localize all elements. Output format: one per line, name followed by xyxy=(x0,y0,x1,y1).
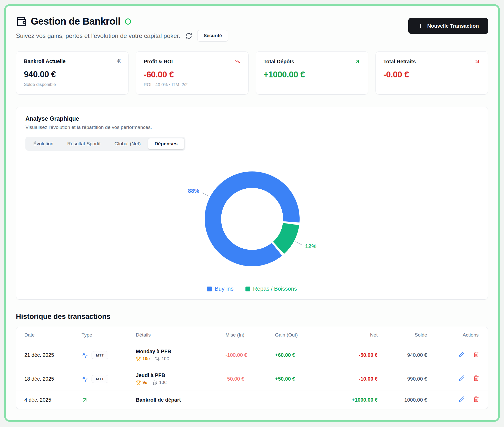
status-ring-icon xyxy=(124,18,132,25)
transaction-date: 4 déc. 2025 xyxy=(16,391,77,409)
stat-card-withdrawals: Total Retraits -0.00 € xyxy=(375,51,488,95)
stat-label: Profit & ROI xyxy=(144,59,173,65)
legend-swatch-repas xyxy=(245,287,250,291)
transaction-solde: 940.00 € xyxy=(382,343,431,367)
expense: 10€ xyxy=(152,380,166,385)
col-gain: Gain (Out) xyxy=(271,327,320,343)
edit-button[interactable] xyxy=(459,375,465,381)
plus-icon xyxy=(418,23,423,29)
donut-segment-repas-boissons[interactable] xyxy=(273,223,299,254)
stat-card-profit-roi: Profit & ROI -60.00 € ROI: -40.0% • ITM:… xyxy=(136,51,248,95)
col-type: Type xyxy=(77,327,132,343)
col-solde: Solde xyxy=(382,327,431,343)
trophy-icon xyxy=(136,357,141,361)
transaction-gain: +50.00 € xyxy=(271,367,320,391)
page-header: Gestion de Bankroll Suivez vos gains, pe… xyxy=(16,16,488,42)
stat-value: +1000.00 € xyxy=(264,70,360,79)
stats-row: Bankroll Actuelle € 940.00 € Solde dispo… xyxy=(16,51,488,95)
legend-item-repas[interactable]: Repas / Boissons xyxy=(245,286,297,292)
transactions-heading: Historique des transactions xyxy=(16,312,488,321)
activity-icon xyxy=(82,376,88,382)
stat-value: -0.00 € xyxy=(383,70,480,79)
col-details: Détails xyxy=(132,327,221,343)
donut-label-line xyxy=(202,193,209,196)
chart-subtitle: Visualisez l'évolution et la répartition… xyxy=(25,125,479,130)
expenses-donut-chart: 88%12% xyxy=(93,152,411,285)
arrow-up-right-icon xyxy=(354,58,360,65)
page-subtitle: Suivez vos gains, pertes et l'évolution … xyxy=(16,32,180,39)
stat-value: -60.00 € xyxy=(144,70,240,79)
donut-chart-area: 88%12% xyxy=(25,152,479,285)
security-button[interactable]: Sécurité xyxy=(197,30,228,42)
legend-swatch-buyins xyxy=(207,287,212,291)
transaction-net: +1000.00 € xyxy=(320,391,382,409)
tab-resultat-sportif[interactable]: Résultat Sportif xyxy=(61,138,107,149)
legend-label: Repas / Boissons xyxy=(253,286,297,292)
transaction-date: 21 déc. 2025 xyxy=(16,343,77,367)
transaction-date: 18 déc. 2025 xyxy=(16,367,77,391)
legend-label: Buy-ins xyxy=(215,286,233,292)
stat-subtext xyxy=(383,82,480,87)
transaction-row: 18 déc. 2025 MTT Jeudi à PFB9e10€ -50.00… xyxy=(16,367,488,391)
new-transaction-label: Nouvelle Transaction xyxy=(427,23,479,29)
transactions-table-card: Date Type Détails Mise (In) Gain (Out) N… xyxy=(16,327,488,409)
col-date: Date xyxy=(16,327,77,343)
refresh-button[interactable] xyxy=(185,33,192,39)
donut-percentage-label: 12% xyxy=(305,243,316,249)
refresh-icon xyxy=(185,33,192,39)
tab-depenses[interactable]: Dépenses xyxy=(148,138,184,149)
transaction-net: -50.00 € xyxy=(320,343,382,367)
stat-card-bankroll: Bankroll Actuelle € 940.00 € Solde dispo… xyxy=(16,51,129,95)
edit-button[interactable] xyxy=(459,396,465,402)
transaction-title: Bankroll de départ xyxy=(136,397,217,403)
tab-global-net[interactable]: Global (Net) xyxy=(108,138,147,149)
stat-value: 940.00 € xyxy=(24,69,121,79)
stat-label: Total Retraits xyxy=(383,59,416,65)
donut-percentage-label: 88% xyxy=(188,188,199,194)
placement: 9e xyxy=(136,380,147,385)
col-mise: Mise (In) xyxy=(221,327,271,343)
tab-evolution[interactable]: Évolution xyxy=(27,138,60,149)
stat-label: Bankroll Actuelle xyxy=(24,58,66,64)
new-transaction-button[interactable]: Nouvelle Transaction xyxy=(408,18,488,34)
transaction-mise: -100.00 € xyxy=(221,343,271,367)
page-title: Gestion de Bankroll xyxy=(31,16,120,27)
col-actions: Actions xyxy=(431,327,488,343)
transactions-table: Date Type Détails Mise (In) Gain (Out) N… xyxy=(16,327,488,409)
transactions-tbody: 21 déc. 2025 MTT Monday à PFB10e10€ -100… xyxy=(16,343,488,409)
trending-down-icon xyxy=(234,58,241,65)
edit-button[interactable] xyxy=(459,351,465,357)
delete-button[interactable] xyxy=(473,351,479,357)
legend-item-buyins[interactable]: Buy-ins xyxy=(207,286,233,292)
activity-icon xyxy=(82,352,88,358)
wallet-icon xyxy=(16,16,27,27)
arrow-up-right-icon xyxy=(82,397,88,403)
stat-card-deposits: Total Dépôts +1000.00 € xyxy=(256,51,368,95)
chart-tabs: Évolution Résultat Sportif Global (Net) … xyxy=(25,137,185,151)
arrow-down-right-icon xyxy=(474,58,480,65)
stat-subtext: ROI: -40.0% • ITM: 2/2 xyxy=(144,82,240,87)
stat-subtext xyxy=(264,82,360,87)
delete-button[interactable] xyxy=(473,375,479,381)
transaction-title: Monday à PFB xyxy=(136,349,217,354)
header-left: Gestion de Bankroll Suivez vos gains, pe… xyxy=(16,16,228,42)
transaction-title: Jeudi à PFB xyxy=(136,372,217,378)
type-badge: MTT xyxy=(92,351,108,359)
transaction-solde: 990.00 € xyxy=(382,367,431,391)
app-frame: Gestion de Bankroll Suivez vos gains, pe… xyxy=(4,4,500,422)
transaction-mise: - xyxy=(221,391,271,409)
transaction-solde: 1000.00 € xyxy=(382,391,431,409)
delete-button[interactable] xyxy=(473,396,479,402)
expense: 10€ xyxy=(155,356,169,361)
donut-label-line xyxy=(295,242,302,245)
stat-label: Total Dépôts xyxy=(264,59,294,65)
chart-title: Analyse Graphique xyxy=(25,115,479,122)
transaction-gain: +60.00 € xyxy=(271,343,320,367)
type-badge: MTT xyxy=(92,375,108,383)
transaction-row: 4 déc. 2025 Bankroll de départ - - +1000… xyxy=(16,391,488,409)
euro-icon: € xyxy=(117,58,121,64)
transaction-gain: - xyxy=(271,391,320,409)
beer-icon xyxy=(152,380,157,385)
beer-icon xyxy=(155,357,160,361)
chart-card: Analyse Graphique Visualisez l'évolution… xyxy=(16,107,488,300)
